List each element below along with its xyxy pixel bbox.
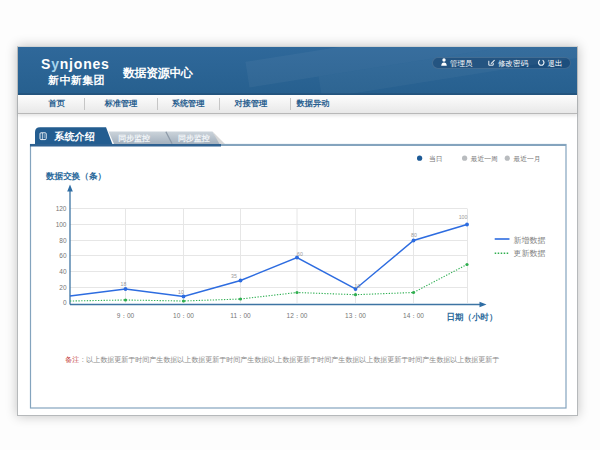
svg-text:60: 60 <box>59 252 67 259</box>
svg-text:10: 10 <box>178 289 184 295</box>
svg-text:120: 120 <box>56 205 67 212</box>
svg-text:备注：以上数据更新于时间产生数据以上数据更新于时间产生数据以: 备注：以上数据更新于时间产生数据以上数据更新于时间产生数据以上数据更新于时间产生… <box>65 355 499 364</box>
svg-text:更新数据: 更新数据 <box>514 249 546 258</box>
svg-text:20: 20 <box>59 284 67 291</box>
svg-text:最近一月: 最近一月 <box>513 155 541 163</box>
svg-text:100: 100 <box>56 221 67 228</box>
svg-text:12：00: 12：00 <box>287 312 308 319</box>
svg-text:14：00: 14：00 <box>403 312 424 319</box>
svg-text:35: 35 <box>231 273 237 279</box>
svg-text:60: 60 <box>297 251 303 257</box>
svg-text:80: 80 <box>411 232 417 238</box>
svg-text:同步监控: 同步监控 <box>118 134 150 143</box>
svg-text:13：00: 13：00 <box>345 312 366 319</box>
svg-text:18: 18 <box>121 281 127 287</box>
svg-text:10：00: 10：00 <box>173 312 194 319</box>
svg-text:80: 80 <box>59 237 67 244</box>
svg-text:新增数据: 新增数据 <box>514 236 546 245</box>
svg-text:最近一周: 最近一周 <box>470 155 498 162</box>
svg-text:当日: 当日 <box>429 155 443 163</box>
svg-text:100: 100 <box>459 214 468 220</box>
svg-text:0: 0 <box>63 299 67 306</box>
svg-text:11：00: 11：00 <box>230 312 251 319</box>
svg-text:日期（小时）: 日期（小时） <box>447 312 498 322</box>
svg-text:系统介绍: 系统介绍 <box>53 131 95 142</box>
svg-text:9：00: 9：00 <box>117 312 135 319</box>
svg-text:10: 10 <box>355 283 361 289</box>
svg-text:同步监控: 同步监控 <box>178 134 210 143</box>
svg-text:40: 40 <box>59 268 67 275</box>
svg-text:数据交换（条）: 数据交换（条） <box>45 171 106 181</box>
